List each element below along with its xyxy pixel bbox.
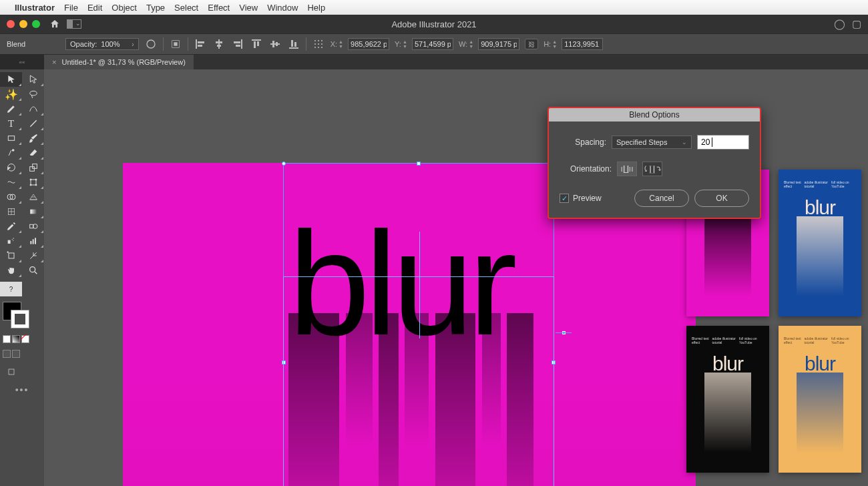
graph-tool[interactable] xyxy=(22,234,44,248)
rectangle-tool[interactable] xyxy=(0,131,22,146)
svg-point-51 xyxy=(13,238,13,238)
slice-tool[interactable] xyxy=(22,248,44,263)
fill-mode-icon[interactable]: ? xyxy=(0,282,22,296)
perspective-grid-tool[interactable] xyxy=(22,190,44,204)
width-tool[interactable] xyxy=(0,175,22,190)
line-tool[interactable] xyxy=(22,116,44,131)
toolbar-more-icon[interactable]: ••• xyxy=(0,385,44,395)
transform-panel-icon[interactable] xyxy=(312,37,325,51)
svg-rect-46 xyxy=(30,210,36,214)
h-input[interactable] xyxy=(562,38,603,50)
mesh-tool[interactable] xyxy=(0,204,22,219)
svg-line-31 xyxy=(30,120,36,126)
spacing-value-input[interactable] xyxy=(697,135,749,150)
magic-wand-tool[interactable]: ✨ xyxy=(0,87,22,101)
menu-file[interactable]: File xyxy=(64,3,78,13)
curvature-tool[interactable] xyxy=(22,101,44,116)
align-hcenter-icon[interactable] xyxy=(212,37,226,51)
menu-window[interactable]: Window xyxy=(267,3,298,13)
h-stepper[interactable]: ▲▼ xyxy=(552,38,560,50)
user-icon[interactable]: ◯ xyxy=(834,18,845,30)
chevron-right-icon[interactable]: › xyxy=(132,41,134,48)
rotate-tool[interactable] xyxy=(0,160,22,175)
search-icon[interactable]: ▢ xyxy=(852,18,861,30)
opacity-field[interactable]: Opacity: › xyxy=(65,38,139,50)
guide-line xyxy=(419,232,420,338)
shaper-tool[interactable] xyxy=(0,146,22,160)
y-stepper[interactable]: ▲▼ xyxy=(403,38,411,50)
svg-rect-11 xyxy=(236,45,240,47)
orientation-align-path-button[interactable]: ⤹∐⤵ xyxy=(642,162,662,176)
menu-select[interactable]: Select xyxy=(174,3,198,13)
hand-tool[interactable] xyxy=(0,263,22,278)
menu-object[interactable]: Object xyxy=(112,3,137,13)
y-input[interactable] xyxy=(412,38,453,50)
align-top-icon[interactable] xyxy=(250,37,263,51)
svg-rect-8 xyxy=(217,45,221,47)
zoom-tool[interactable] xyxy=(22,263,44,278)
align-left-icon[interactable] xyxy=(194,37,207,51)
edit-toolbar-button[interactable] xyxy=(0,364,22,379)
panel-collapse-icon[interactable]: «« xyxy=(0,55,44,69)
menu-edit[interactable]: Edit xyxy=(87,3,102,13)
svg-rect-34 xyxy=(29,167,34,172)
svg-rect-4 xyxy=(198,41,204,43)
opacity-input[interactable] xyxy=(101,40,128,48)
direction-handle[interactable] xyxy=(556,332,572,333)
close-window-button[interactable] xyxy=(7,20,15,28)
x-stepper[interactable]: ▲▼ xyxy=(339,38,347,50)
ok-button[interactable]: OK xyxy=(694,190,749,207)
workspace-switcher[interactable]: ⌄ xyxy=(67,19,81,29)
selection-tool[interactable] xyxy=(0,72,22,87)
svg-rect-32 xyxy=(8,136,14,141)
menu-type[interactable]: Type xyxy=(146,3,165,13)
svg-rect-6 xyxy=(218,39,220,49)
scale-tool[interactable] xyxy=(22,160,44,175)
svg-rect-19 xyxy=(291,40,293,47)
orientation-align-page-button[interactable]: ı∐ıı xyxy=(617,162,637,176)
w-stepper[interactable]: ▲▼ xyxy=(469,38,477,50)
fill-stroke-swatch[interactable] xyxy=(3,302,29,328)
w-input[interactable] xyxy=(478,38,519,50)
type-tool[interactable]: T xyxy=(0,116,22,131)
svg-rect-17 xyxy=(276,42,278,46)
svg-point-29 xyxy=(321,47,322,48)
home-icon[interactable] xyxy=(49,19,60,29)
eraser-tool[interactable] xyxy=(22,146,44,160)
pen-tool[interactable] xyxy=(0,101,22,116)
free-transform-tool[interactable] xyxy=(22,175,44,190)
align-vcenter-icon[interactable] xyxy=(268,37,282,51)
lasso-tool[interactable] xyxy=(22,87,44,101)
menu-help[interactable]: Help xyxy=(307,3,325,13)
app-menu[interactable]: Illustrator xyxy=(15,3,55,13)
screen-mode-buttons[interactable] xyxy=(3,350,41,358)
shape-builder-tool[interactable] xyxy=(0,190,22,204)
link-wh-button[interactable]: ⛓ xyxy=(525,39,538,49)
svg-rect-14 xyxy=(257,41,259,46)
artboard-tool[interactable] xyxy=(0,248,22,263)
minimize-window-button[interactable] xyxy=(19,20,27,28)
y-label: Y: xyxy=(395,40,401,48)
spacing-mode-select[interactable]: Specified Steps ⌄ xyxy=(612,136,692,149)
eyedropper-tool[interactable] xyxy=(0,219,22,234)
direct-selection-tool[interactable] xyxy=(22,72,44,87)
cancel-button[interactable]: Cancel xyxy=(634,190,689,207)
paintbrush-tool[interactable] xyxy=(22,131,44,146)
menu-effect[interactable]: Effect xyxy=(208,3,230,13)
maximize-window-button[interactable] xyxy=(32,20,40,28)
align-bottom-icon[interactable] xyxy=(287,37,300,51)
svg-point-0 xyxy=(147,40,155,48)
blend-tool[interactable] xyxy=(22,219,44,234)
align-to-icon[interactable] xyxy=(169,37,182,51)
symbol-sprayer-tool[interactable] xyxy=(0,234,22,248)
align-right-icon[interactable] xyxy=(231,37,244,51)
color-mode-buttons[interactable] xyxy=(3,335,41,343)
preview-checkbox[interactable]: ✓ Preview xyxy=(560,194,602,203)
svg-point-26 xyxy=(321,43,322,45)
recolor-icon[interactable] xyxy=(144,37,158,51)
gradient-tool[interactable] xyxy=(22,204,44,219)
menu-view[interactable]: View xyxy=(239,3,258,13)
close-tab-icon[interactable]: × xyxy=(52,58,56,66)
document-tab[interactable]: × Untitled-1* @ 31,73 % (RGB/Preview) xyxy=(44,55,194,69)
x-input[interactable] xyxy=(348,38,389,50)
